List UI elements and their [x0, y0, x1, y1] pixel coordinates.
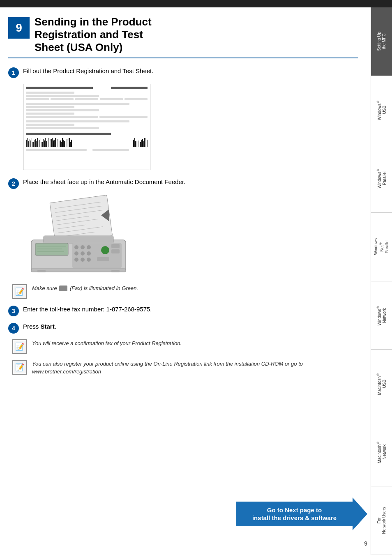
step-3: 3 Enter the toll-free fax number: 1-877-… — [8, 305, 358, 316]
registration-form-image — [23, 84, 150, 170]
banner-text: Go to Next page to install the drivers &… — [248, 506, 341, 522]
svg-rect-29 — [111, 249, 120, 253]
svg-point-17 — [74, 245, 78, 249]
step-circle-1: 1 — [8, 67, 19, 78]
svg-point-25 — [87, 258, 91, 262]
step-text-4: Press Start. — [23, 322, 56, 331]
arrow-head — [353, 497, 367, 530]
online-note-text: You can also register your product onlin… — [32, 360, 358, 376]
arrow-shape: Go to Next page to install the drivers &… — [236, 497, 367, 530]
sidebar-item-macintosh-usb: Macintosh®USB — [371, 350, 392, 418]
note-icon-3: 📝 — [12, 360, 27, 375]
svg-rect-31 — [37, 270, 46, 272]
svg-rect-28 — [111, 244, 120, 248]
svg-point-24 — [81, 258, 85, 262]
svg-rect-32 — [111, 270, 120, 272]
step-header: 9 Sending in the Product Registration an… — [8, 16, 358, 58]
note-icon-1: 📝 — [12, 284, 27, 299]
svg-rect-27 — [97, 257, 109, 261]
step-number-box: 9 — [8, 17, 30, 39]
step-circle-2: 2 — [8, 178, 19, 189]
svg-point-26 — [101, 246, 109, 254]
step-1: 1 Fill out the Product Registration and … — [8, 67, 358, 78]
step-circle-4: 4 — [8, 323, 19, 334]
svg-rect-11 — [44, 236, 113, 243]
page-number: 9 — [364, 540, 367, 547]
note-icon-2: 📝 — [12, 339, 27, 354]
svg-point-23 — [74, 258, 78, 262]
bottom-banner: Go to Next page to install the drivers &… — [236, 497, 367, 530]
step-2: 2 Place the sheet face up in the Automat… — [8, 177, 358, 189]
step-text-2: Place the sheet face up in the Automatic… — [23, 177, 185, 186]
sidebar-item-network-users: ForNetwork Users — [371, 486, 392, 555]
sidebar-item-macintosh-network: Macintosh®Network — [371, 418, 392, 487]
arrow-body: Go to Next page to install the drivers &… — [236, 502, 353, 526]
step-text-3: Enter the toll-free fax number: 1-877-26… — [23, 305, 152, 313]
online-note: 📝 You can also register your product onl… — [12, 360, 358, 376]
step-4: 4 Press Start. — [8, 322, 358, 334]
svg-rect-12 — [35, 243, 68, 256]
sidebar: Setting Upthe MFC Windows®USB Windows®Pa… — [371, 7, 392, 555]
step-circle-3: 3 — [8, 306, 19, 316]
make-sure-note: 📝 Make sure (Fax) is illuminated in Gree… — [12, 284, 358, 299]
sidebar-item-windows-parallel: Windows®Parallel — [371, 144, 392, 213]
sidebar-item-windows-network: Windows®Network — [371, 281, 392, 350]
main-content: 9 Sending in the Product Registration an… — [0, 7, 371, 394]
confirmation-note: 📝 You will receive a confirmation fax of… — [12, 339, 358, 354]
sidebar-item-setting-up: Setting Upthe MFC — [371, 7, 392, 76]
confirmation-note-text: You will receive a confirmation fax of y… — [32, 339, 182, 348]
make-sure-note-text: Make sure (Fax) is illuminated in Green. — [32, 284, 138, 292]
svg-point-20 — [74, 251, 78, 256]
svg-point-22 — [87, 251, 91, 256]
top-bar — [0, 0, 392, 7]
svg-point-18 — [81, 245, 85, 249]
step-text-1: Fill out the Product Registration and Te… — [23, 67, 153, 75]
svg-point-21 — [81, 251, 85, 256]
svg-point-19 — [87, 245, 91, 249]
step-title: Sending in the Product Registration and … — [35, 16, 152, 54]
sidebar-item-windows-net-parallel: WindowsNet®Parallel — [371, 213, 392, 281]
sidebar-item-windows-usb: Windows®USB — [371, 76, 392, 145]
fax-machine-image — [23, 195, 138, 277]
